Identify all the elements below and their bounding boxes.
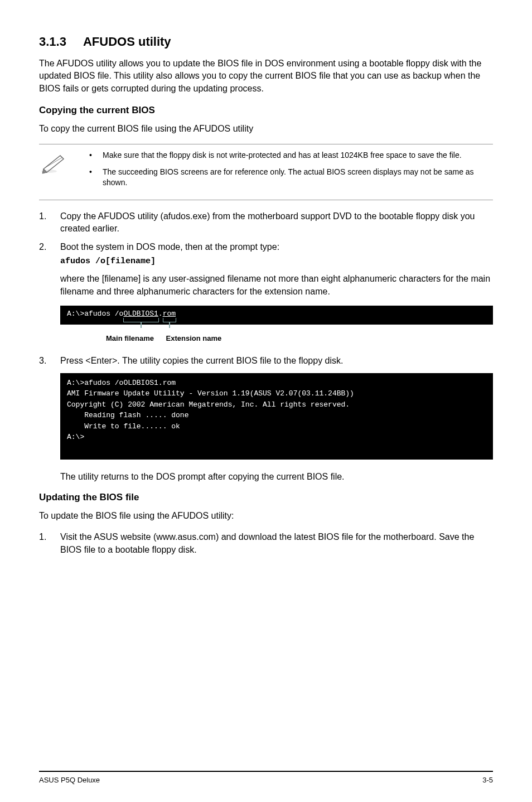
cmd-prefix: A:\>afudos /o xyxy=(67,310,123,318)
note-icon-wrap xyxy=(39,150,89,194)
terminal-line: A:\>afudos /oOLDBIOS1.rom xyxy=(67,310,176,318)
after-paragraph: The utility returns to the DOS prompt af… xyxy=(60,471,493,483)
updating-heading: Updating the BIOS file xyxy=(39,491,493,504)
step-body: Boot the system in DOS mode, then at the… xyxy=(60,241,493,267)
note-content: • Make sure that the floppy disk is not … xyxy=(89,150,493,194)
step-num: 3. xyxy=(39,355,60,367)
terminal-line: Reading flash ..... done xyxy=(67,410,486,421)
bracket-stem-main xyxy=(141,322,142,328)
copying-heading: Copying the current BIOS xyxy=(39,104,493,117)
terminal-line: A:\>afudos /oOLDBIOS1.rom xyxy=(67,378,486,389)
note-bullet-2: • The succeeding BIOS screens are for re… xyxy=(89,167,493,189)
step-2: 2. Boot the system in DOS mode, then at … xyxy=(39,241,493,267)
terminal-line: A:\> xyxy=(67,432,486,443)
code-command: afudos /o[filename] xyxy=(60,255,493,267)
section-number: 3.1.3 xyxy=(39,35,66,49)
terminal-1: A:\>afudos /oOLDBIOS1.rom xyxy=(60,306,493,325)
section-title: AFUDOS utility xyxy=(83,35,171,49)
annotated-terminal: A:\>afudos /oOLDBIOS1.rom Main filename … xyxy=(60,306,493,344)
bullet-dot: • xyxy=(89,167,103,189)
bracket-main xyxy=(123,318,159,322)
main-filename-label: Main filename xyxy=(106,334,154,342)
pencil-icon xyxy=(39,152,67,175)
intro-paragraph: The AFUDOS utility allows you to update … xyxy=(39,57,493,95)
where-paragraph: where the [filename] is any user-assigne… xyxy=(60,273,493,298)
terminal-2: A:\>afudos /oOLDBIOS1.rom AMI Firmware U… xyxy=(60,373,493,460)
note-text-2: The succeeding BIOS screens are for refe… xyxy=(103,167,493,189)
updating-intro: To update the BIOS file using the AFUDOS… xyxy=(39,510,493,522)
note-text-1: Make sure that the floppy disk is not wr… xyxy=(103,150,493,161)
bracket-stem-ext xyxy=(169,322,170,328)
bullet-dot: • xyxy=(89,150,103,161)
step-num: 1. xyxy=(39,210,60,235)
terminal-line: Copyright (C) 2002 American Megatrends, … xyxy=(67,399,486,410)
step-text: Boot the system in DOS mode, then at the… xyxy=(60,242,279,252)
copying-intro: To copy the current BIOS file using the … xyxy=(39,123,493,135)
section-heading: 3.1.3AFUDOS utility xyxy=(39,33,493,51)
extension-name-label: Extension name xyxy=(166,334,222,342)
bracket-ext xyxy=(163,318,176,322)
step-1: 1. Copy the AFUDOS utility (afudos.exe) … xyxy=(39,210,493,235)
note-block: • Make sure that the floppy disk is not … xyxy=(39,144,493,200)
step-body: Visit the ASUS website (www.asus.com) an… xyxy=(60,531,493,556)
annotation-labels: Main filename Extension name xyxy=(60,334,493,344)
step-3: 3. Press <Enter>. The utility copies the… xyxy=(39,355,493,367)
cmd-dot: . xyxy=(158,310,163,318)
updating-step-1: 1. Visit the ASUS website (www.asus.com)… xyxy=(39,531,493,556)
terminal-line: Write to file...... ok xyxy=(67,421,486,432)
note-bullet-1: • Make sure that the floppy disk is not … xyxy=(89,150,493,161)
step-body: Copy the AFUDOS utility (afudos.exe) fro… xyxy=(60,210,493,235)
step-num: 2. xyxy=(39,241,60,267)
step-num: 1. xyxy=(39,531,60,556)
terminal-line: AMI Firmware Update Utility - Version 1.… xyxy=(67,388,486,399)
cmd-ext: rom xyxy=(163,310,176,318)
step-body: Press <Enter>. The utility copies the cu… xyxy=(60,355,493,367)
cmd-main: OLDBIOS1 xyxy=(123,310,158,318)
